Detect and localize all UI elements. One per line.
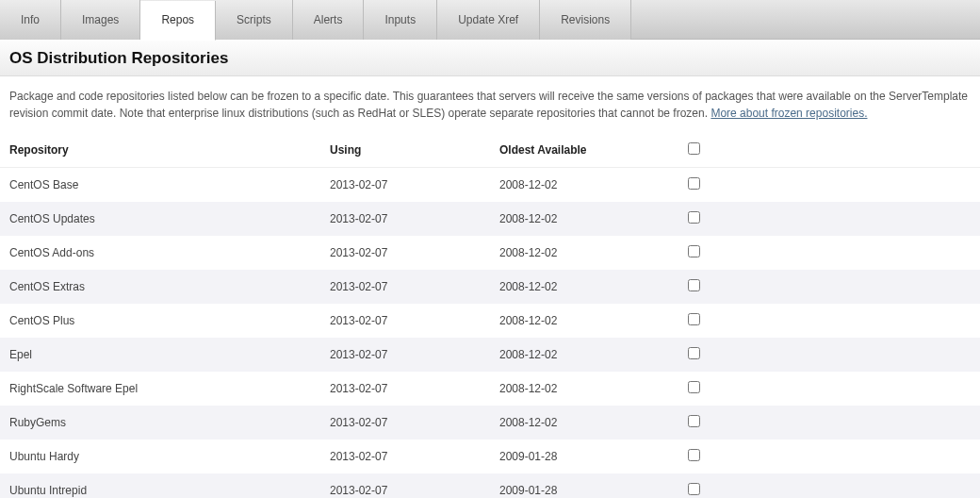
table-row: RightScale Software Epel2013-02-072008-1… — [0, 372, 980, 406]
page-title: OS Distribution Repositories — [9, 49, 971, 68]
repo-checkbox-cell — [678, 440, 735, 473]
header-repository: Repository — [0, 133, 320, 168]
repo-using: 2013-02-07 — [320, 304, 490, 338]
repo-using: 2013-02-07 — [320, 372, 490, 406]
repo-oldest: 2008-12-02 — [490, 202, 678, 236]
repo-name: Ubuntu Intrepid — [0, 473, 320, 498]
header-spacer — [735, 133, 980, 168]
repo-checkbox[interactable] — [688, 313, 700, 325]
header-oldest: Oldest Available — [490, 133, 678, 168]
tab-revisions[interactable]: Revisions — [540, 0, 631, 40]
table-row: RubyGems2013-02-072008-12-02 — [0, 406, 980, 440]
repo-oldest: 2008-12-02 — [490, 168, 678, 203]
repo-using: 2013-02-07 — [320, 236, 490, 270]
description: Package and code repositories listed bel… — [0, 76, 980, 131]
row-spacer — [735, 202, 980, 236]
tab-scripts[interactable]: Scripts — [216, 0, 293, 40]
repo-name: CentOS Add-ons — [0, 236, 320, 270]
repo-name: CentOS Updates — [0, 202, 320, 236]
header-checkbox — [678, 133, 735, 168]
repo-oldest: 2008-12-02 — [490, 304, 678, 338]
select-all-checkbox[interactable] — [688, 142, 700, 155]
repo-oldest: 2008-12-02 — [490, 270, 678, 304]
table-row: CentOS Extras2013-02-072008-12-02 — [0, 270, 980, 304]
table-row: Ubuntu Intrepid2013-02-072009-01-28 — [0, 473, 980, 498]
header-using: Using — [320, 133, 490, 168]
repo-checkbox[interactable] — [688, 347, 700, 359]
row-spacer — [735, 168, 980, 203]
repo-checkbox[interactable] — [688, 245, 700, 257]
repo-oldest: 2008-12-02 — [490, 372, 678, 406]
repo-checkbox[interactable] — [688, 211, 700, 224]
row-spacer — [735, 473, 980, 498]
repo-using: 2013-02-07 — [320, 338, 490, 372]
repo-checkbox-cell — [678, 270, 735, 304]
repo-checkbox[interactable] — [688, 449, 700, 461]
table-row: CentOS Plus2013-02-072008-12-02 — [0, 304, 980, 338]
repo-name: CentOS Plus — [0, 304, 320, 338]
table-row: CentOS Base2013-02-072008-12-02 — [0, 168, 980, 203]
table-header-row: Repository Using Oldest Available — [0, 133, 980, 168]
repo-checkbox[interactable] — [688, 177, 700, 190]
row-spacer — [735, 338, 980, 372]
repo-name: Epel — [0, 338, 320, 372]
repo-name: RubyGems — [0, 406, 320, 440]
table-row: Ubuntu Hardy2013-02-072009-01-28 — [0, 440, 980, 473]
repo-checkbox[interactable] — [688, 415, 700, 427]
repo-checkbox-cell — [678, 236, 735, 270]
tab-images[interactable]: Images — [61, 0, 140, 40]
repo-name: RightScale Software Epel — [0, 372, 320, 406]
repo-oldest: 2008-12-02 — [490, 236, 678, 270]
row-spacer — [735, 236, 980, 270]
repo-checkbox-cell — [678, 406, 735, 440]
repo-checkbox-cell — [678, 304, 735, 338]
frozen-repos-link[interactable]: More about frozen repositories. — [710, 107, 867, 120]
table-row: CentOS Add-ons2013-02-072008-12-02 — [0, 236, 980, 270]
section-header: OS Distribution Repositories — [0, 40, 980, 76]
repo-checkbox-cell — [678, 168, 735, 203]
repo-name: Ubuntu Hardy — [0, 440, 320, 473]
repo-checkbox[interactable] — [688, 483, 700, 495]
repo-checkbox-cell — [678, 473, 735, 498]
repo-oldest: 2008-12-02 — [490, 406, 678, 440]
row-spacer — [735, 270, 980, 304]
repo-checkbox[interactable] — [688, 381, 700, 393]
repo-name: CentOS Base — [0, 168, 320, 203]
tab-bar: InfoImagesReposScriptsAlertsInputsUpdate… — [0, 0, 980, 40]
table-row: Epel2013-02-072008-12-02 — [0, 338, 980, 372]
tab-repos[interactable]: Repos — [140, 1, 216, 41]
repo-oldest: 2009-01-28 — [490, 473, 678, 498]
repo-checkbox-cell — [678, 372, 735, 406]
repo-checkbox-cell — [678, 202, 735, 236]
repo-using: 2013-02-07 — [320, 406, 490, 440]
row-spacer — [735, 440, 980, 473]
repo-name: CentOS Extras — [0, 270, 320, 304]
row-spacer — [735, 304, 980, 338]
row-spacer — [735, 372, 980, 406]
row-spacer — [735, 406, 980, 440]
repo-checkbox[interactable] — [688, 279, 700, 291]
repositories-table: Repository Using Oldest Available CentOS… — [0, 133, 980, 498]
table-row: CentOS Updates2013-02-072008-12-02 — [0, 202, 980, 236]
tab-update-xref[interactable]: Update Xref — [437, 0, 540, 40]
repo-using: 2013-02-07 — [320, 270, 490, 304]
repo-using: 2013-02-07 — [320, 202, 490, 236]
tab-inputs[interactable]: Inputs — [364, 0, 437, 40]
repo-checkbox-cell — [678, 338, 735, 372]
repo-using: 2013-02-07 — [320, 473, 490, 498]
repo-using: 2013-02-07 — [320, 168, 490, 203]
repo-oldest: 2009-01-28 — [490, 440, 678, 473]
repo-oldest: 2008-12-02 — [490, 338, 678, 372]
repo-using: 2013-02-07 — [320, 440, 490, 473]
tab-info[interactable]: Info — [0, 0, 61, 40]
tab-alerts[interactable]: Alerts — [293, 0, 365, 40]
